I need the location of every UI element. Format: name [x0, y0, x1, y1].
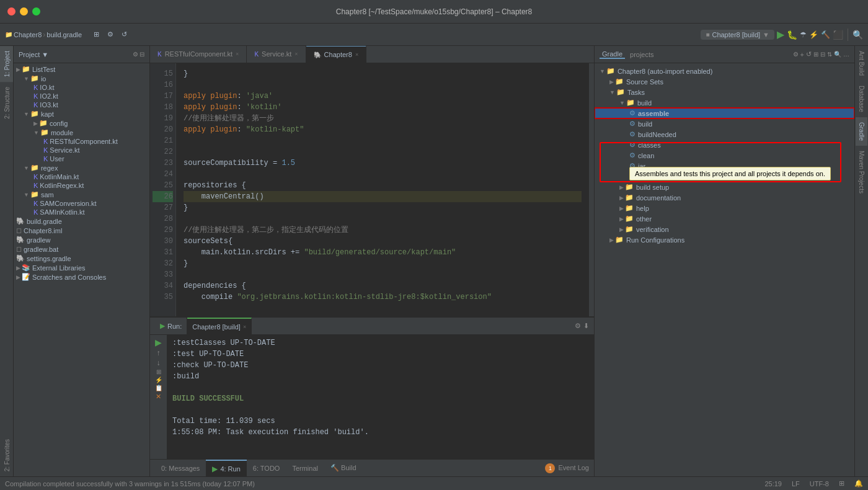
window-controls[interactable]	[7, 7, 40, 16]
tree-item-module[interactable]: ▼ 📁 module	[14, 128, 149, 137]
gradle-item-build-folder[interactable]: ▼ 📁 build	[595, 97, 854, 108]
tree-item-external-libraries[interactable]: ▶ 📚 External Libraries	[14, 263, 149, 272]
gradle-right-tab[interactable]: Gradle	[856, 117, 867, 146]
run-action-up[interactable]: ↑	[157, 349, 161, 357]
tree-item-build-gradle[interactable]: 🐘 build.gradle	[14, 216, 149, 226]
gradle-item-buildneeded[interactable]: ⚙ buildNeeded	[595, 129, 854, 140]
close-button[interactable]	[7, 7, 16, 16]
run-action-copy[interactable]: 📋	[155, 385, 162, 391]
code-content[interactable]: } apply plugin: 'java' apply plugin: 'ko…	[176, 63, 589, 316]
maven-projects-tab[interactable]: Maven Projects	[856, 146, 867, 198]
tree-item-io2-kt[interactable]: K IO2.kt	[14, 92, 149, 100]
tab-chapter8[interactable]: 🐘 Chapter8 ×	[306, 46, 367, 63]
notification-icon[interactable]: 🔔	[854, 479, 863, 488]
toolbar-sync[interactable]: ↺	[118, 29, 130, 40]
project-tab-label[interactable]: 1: Project	[0, 46, 13, 82]
tab-service[interactable]: K Service.kt ×	[247, 46, 306, 63]
maximize-button[interactable]	[32, 7, 40, 16]
bottom-panel-close[interactable]: ⬇	[583, 322, 589, 330]
debug-button[interactable]: 🐛	[787, 30, 797, 40]
tree-item-samconversion[interactable]: K SAMConversion.kt	[14, 199, 149, 208]
tab-restfulcomponent[interactable]: K RESTfulComponent.kt ×	[150, 46, 247, 63]
ant-build-tab[interactable]: Ant Build	[856, 46, 867, 81]
indent-indicator[interactable]: ⊞	[839, 479, 844, 488]
tree-item-chapter8-iml[interactable]: ◻ Chapter8.iml	[14, 226, 149, 235]
tree-item-io-kt[interactable]: K IO.kt	[14, 83, 149, 92]
line-ending-indicator[interactable]: LF	[792, 480, 800, 488]
run-config-selector[interactable]: ■ Chapter8 [build] ▼	[701, 30, 774, 40]
gradle-filter-btn[interactable]: 🔍	[834, 51, 841, 58]
database-tab[interactable]: Database	[856, 81, 867, 117]
gradle-item-classes[interactable]: ⚙ classes	[595, 140, 854, 150]
gradle-sort-btn[interactable]: ⇅	[827, 51, 832, 58]
gradle-item-clean[interactable]: ⚙ clean	[595, 150, 854, 161]
tree-item-scratches[interactable]: ▶ 📝 Scratches and Consoles	[14, 272, 149, 282]
tree-item-saminkotlin[interactable]: K SAMInKotlin.kt	[14, 208, 149, 216]
tree-item-regex[interactable]: ▼ 📁 regex	[14, 163, 149, 172]
run-action-run[interactable]: ▶	[155, 337, 162, 347]
breadcrumb-project[interactable]: 📁 Chapter8	[5, 31, 42, 38]
gradle-reload-btn[interactable]: ↺	[806, 50, 812, 58]
build-tab[interactable]: 🔨 Build	[324, 460, 363, 477]
gradle-item-chapter8[interactable]: ▼ 📁 Chapter8 (auto-import enabled)	[595, 66, 854, 76]
gradle-item-run-configs[interactable]: ▶ 📁 Run Configurations	[595, 234, 854, 245]
run-action-clear[interactable]: ✕	[156, 393, 161, 401]
tree-item-restful[interactable]: K RESTfulComponent.kt	[14, 137, 149, 146]
tree-item-sam[interactable]: ▼ 📁 sam	[14, 190, 149, 199]
run-chapter8-tab[interactable]: Chapter8 [build] ×	[187, 318, 252, 335]
gradle-more-btn[interactable]: …	[843, 51, 849, 58]
minimize-button[interactable]	[20, 7, 28, 16]
tree-item-gradlew[interactable]: 🐘 gradlew	[14, 235, 149, 244]
toolbar-toggle-project[interactable]: ⊞	[91, 29, 102, 40]
line-col-indicator[interactable]: 25:19	[764, 480, 782, 488]
todo-tab[interactable]: 6: TODO	[247, 460, 286, 477]
gradle-item-other[interactable]: ▶ 📁 other	[595, 213, 854, 224]
gradle-item-tasks[interactable]: ▼ 📁 Tasks	[595, 87, 854, 97]
tree-item-kapt[interactable]: ▼ 📁 kapt	[14, 109, 149, 118]
gradle-item-build-task[interactable]: ⚙ build	[595, 118, 854, 129]
gradle-item-sourcesets[interactable]: ▶ 📁 Source Sets	[595, 76, 854, 87]
event-log-label[interactable]: 1 Event Log	[545, 463, 589, 473]
run-action-filter[interactable]: ⚡	[155, 376, 162, 383]
gradle-item-assemble[interactable]: ⚙ assemble	[595, 108, 854, 118]
stop-button[interactable]: ⬛	[833, 30, 843, 40]
search-button[interactable]: 🔍	[852, 30, 863, 40]
tree-item-settings-gradle[interactable]: 🐘 settings.gradle	[14, 254, 149, 263]
breadcrumb-file[interactable]: build.gradle	[46, 31, 82, 38]
structure-tab-label[interactable]: 2: Structure	[0, 82, 13, 124]
run-output[interactable]: :testClasses UP-TO-DATE :test UP-TO-DATE…	[167, 335, 594, 459]
toolbar-gear[interactable]: ⚙	[104, 29, 117, 40]
tree-item-listtest[interactable]: ▶ 📁 ListTest	[14, 65, 149, 74]
run-action-wrap[interactable]: ⊞	[156, 368, 161, 375]
panel-collapse[interactable]: ⊟	[140, 51, 144, 58]
run-tab-bottom[interactable]: ▶ 4: Run	[206, 460, 246, 477]
tree-item-config[interactable]: ▶ 📁 config	[14, 118, 149, 128]
bottom-panel-settings[interactable]: ⚙	[575, 322, 581, 330]
gradle-item-documentation[interactable]: ▶ 📁 documentation	[595, 192, 854, 203]
gradle-expand-btn[interactable]: ⊞	[813, 51, 818, 58]
build-button[interactable]: 🔨	[821, 30, 830, 39]
gradle-item-help[interactable]: ▶ 📁 help	[595, 203, 854, 213]
profile-button[interactable]: ⚡	[809, 30, 818, 39]
coverage-button[interactable]: ☂	[800, 30, 807, 39]
tree-item-io[interactable]: ▼ 📁 io	[14, 74, 149, 83]
gradle-add-btn[interactable]: +	[800, 51, 804, 58]
tree-item-io3-kt[interactable]: K IO3.kt	[14, 100, 149, 109]
tree-item-kotlinregex[interactable]: K KotlinRegex.kt	[14, 181, 149, 190]
gradle-item-verification[interactable]: ▶ 📁 verification	[595, 224, 854, 234]
projects-tab[interactable]: projects	[627, 51, 657, 58]
encoding-indicator[interactable]: UTF-8	[810, 480, 829, 488]
tree-item-service[interactable]: K Service.kt	[14, 146, 149, 154]
gradle-item-build-setup[interactable]: ▶ 📁 build setup	[595, 182, 854, 192]
gradle-tab[interactable]: Gradle	[600, 50, 625, 59]
terminal-tab[interactable]: Terminal	[286, 460, 324, 477]
messages-tab[interactable]: 0: Messages	[155, 460, 206, 477]
run-action-down[interactable]: ↓	[157, 359, 161, 367]
gradle-settings-btn[interactable]: ⚙	[793, 51, 799, 58]
tree-item-gradlew-bat[interactable]: ◻ gradlew.bat	[14, 244, 149, 254]
panel-settings[interactable]: ⚙	[133, 51, 138, 58]
gradle-collapse-btn[interactable]: ⊟	[820, 51, 825, 58]
tree-item-kotlinmain[interactable]: K KotlinMain.kt	[14, 172, 149, 181]
tree-item-user[interactable]: K User	[14, 154, 149, 163]
run-button[interactable]: ▶	[777, 29, 784, 40]
